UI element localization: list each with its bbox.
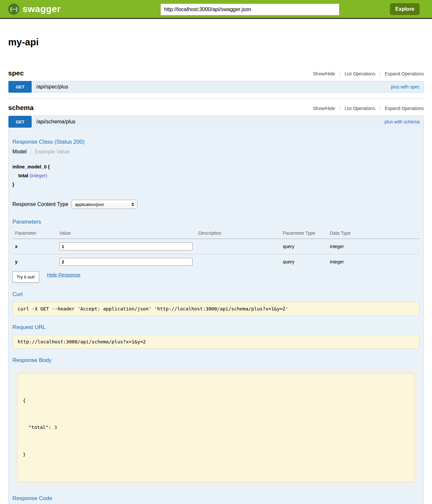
try-it-out-button[interactable]: Try it out! bbox=[12, 271, 39, 283]
model-property-type: (integer) bbox=[30, 173, 47, 178]
response-body-container: { "total": 3 } bbox=[12, 368, 420, 487]
param-y-type: query bbox=[283, 254, 330, 270]
spec-summary-link[interactable]: plus with spec bbox=[391, 84, 424, 89]
schema-get-method-badge: GET bbox=[8, 116, 32, 128]
top-header: {⋯} swagger Explore bbox=[0, 0, 432, 19]
response-body-open: { bbox=[23, 396, 409, 405]
response-content-type-value: application/json bbox=[75, 202, 104, 207]
schema-section-controls: Show/Hide List Operations Expand Operati… bbox=[313, 106, 424, 112]
param-x-data-type: integer bbox=[330, 239, 420, 254]
parameters-header-row: Parameter Value Description Parameter Ty… bbox=[12, 228, 420, 239]
explore-button[interactable]: Explore bbox=[390, 3, 420, 15]
col-parameter: Parameter bbox=[12, 228, 59, 239]
spec-get-method-badge: GET bbox=[8, 81, 32, 93]
spec-section: spec Show/Hide List Operations Expand Op… bbox=[8, 69, 424, 93]
model-property-line: total (integer) bbox=[12, 171, 420, 180]
response-content-type-label: Response Content Type bbox=[12, 201, 68, 207]
spec-section-head: spec Show/Hide List Operations Expand Op… bbox=[8, 69, 424, 77]
schema-path-link[interactable]: /api/schema/plus bbox=[36, 119, 75, 125]
response-code-heading: Response Code bbox=[12, 495, 420, 502]
request-url-value: http://localhost:3000/api/schema/plus?x=… bbox=[12, 335, 420, 349]
main-content: my-api spec Show/Hide List Operations Ex… bbox=[0, 37, 432, 504]
schema-operation-block: GET /api/schema/plus plus with schema Re… bbox=[8, 116, 424, 504]
param-y-input[interactable] bbox=[59, 258, 193, 266]
col-description: Description bbox=[198, 228, 283, 239]
param-x-type: query bbox=[283, 239, 330, 254]
model-property-name: total bbox=[18, 173, 28, 178]
param-x-input[interactable] bbox=[59, 243, 193, 250]
spec-section-title: spec bbox=[8, 69, 24, 77]
param-x-name: x bbox=[12, 239, 59, 254]
response-content-type-row: Response Content Type application/json bbox=[12, 200, 420, 209]
logo-glyph: {⋯} bbox=[10, 7, 17, 12]
spec-show-hide-link[interactable]: Show/Hide bbox=[313, 71, 335, 76]
model-open-line: inline_model_0 { bbox=[12, 163, 420, 171]
schema-list-operations-link[interactable]: List Operations bbox=[340, 106, 375, 111]
col-parameter-type: Parameter Type bbox=[283, 228, 330, 239]
schema-show-hide-link[interactable]: Show/Hide bbox=[313, 106, 335, 111]
model-tabs: Model Example Value bbox=[12, 148, 420, 155]
response-body-total-line: "total": 3 bbox=[23, 423, 409, 432]
model-signature: inline_model_0 { total (integer) } bbox=[12, 163, 420, 189]
param-row-x: x query integer bbox=[12, 239, 420, 254]
col-data-type: Data Type bbox=[330, 228, 420, 239]
api-url-input[interactable] bbox=[161, 4, 339, 15]
schema-section-head: schema Show/Hide List Operations Expand … bbox=[8, 104, 424, 112]
swagger-brand-link[interactable]: {⋯} swagger bbox=[8, 4, 61, 15]
section-divider bbox=[8, 98, 424, 99]
request-url-heading: Request URL bbox=[12, 324, 420, 331]
parameters-table: Parameter Value Description Parameter Ty… bbox=[12, 228, 420, 269]
response-class-heading: Response Class (Status 200) bbox=[12, 139, 420, 145]
schema-section-title: schema bbox=[8, 104, 34, 112]
param-row-y: y query integer bbox=[12, 254, 420, 270]
response-content-type-select[interactable]: application/json bbox=[71, 200, 137, 209]
param-x-description bbox=[198, 239, 283, 254]
schema-expand-operations-link[interactable]: Expand Operations bbox=[380, 106, 424, 111]
response-body-heading: Response Body bbox=[12, 357, 420, 364]
parameters-heading: Parameters bbox=[12, 219, 420, 225]
schema-get-operation-row[interactable]: GET /api/schema/plus plus with schema bbox=[8, 116, 424, 128]
page-title: my-api bbox=[8, 37, 424, 48]
curl-command: curl -X GET --header 'Accept: applicatio… bbox=[12, 302, 420, 316]
curl-heading: Curl bbox=[12, 291, 420, 298]
schema-section: schema Show/Hide List Operations Expand … bbox=[8, 104, 424, 504]
tab-model[interactable]: Model bbox=[12, 149, 27, 155]
tab-divider bbox=[31, 148, 31, 155]
response-body-json: { "total": 3 } bbox=[17, 373, 415, 482]
model-close-line: } bbox=[12, 180, 420, 189]
schema-operation-content: Response Class (Status 200) Model Exampl… bbox=[8, 128, 424, 504]
response-body-close: } bbox=[23, 450, 409, 459]
response-body-value: 3 bbox=[54, 425, 57, 430]
hide-response-link[interactable]: Hide Response bbox=[47, 272, 81, 277]
schema-summary-link[interactable]: plus with schema bbox=[385, 119, 424, 124]
spec-get-operation-row[interactable]: GET /api/spec/plus plus with spec bbox=[8, 81, 424, 93]
spec-section-controls: Show/Hide List Operations Expand Operati… bbox=[313, 71, 424, 77]
param-y-data-type: integer bbox=[330, 254, 420, 270]
select-updown-arrows-icon bbox=[131, 202, 134, 206]
actions-row: Try it out! Hide Response bbox=[12, 271, 420, 283]
response-body-key: "total": bbox=[23, 425, 54, 430]
param-y-description bbox=[198, 254, 283, 270]
swagger-logo-icon: {⋯} bbox=[8, 4, 19, 15]
spec-path-link[interactable]: /api/spec/plus bbox=[36, 84, 68, 90]
tab-example-value[interactable]: Example Value bbox=[35, 149, 69, 155]
spec-list-operations-link[interactable]: List Operations bbox=[340, 71, 375, 76]
col-value: Value bbox=[59, 228, 198, 239]
spec-expand-operations-link[interactable]: Expand Operations bbox=[380, 71, 424, 76]
param-y-name: y bbox=[12, 254, 59, 270]
brand-title: swagger bbox=[23, 4, 61, 14]
